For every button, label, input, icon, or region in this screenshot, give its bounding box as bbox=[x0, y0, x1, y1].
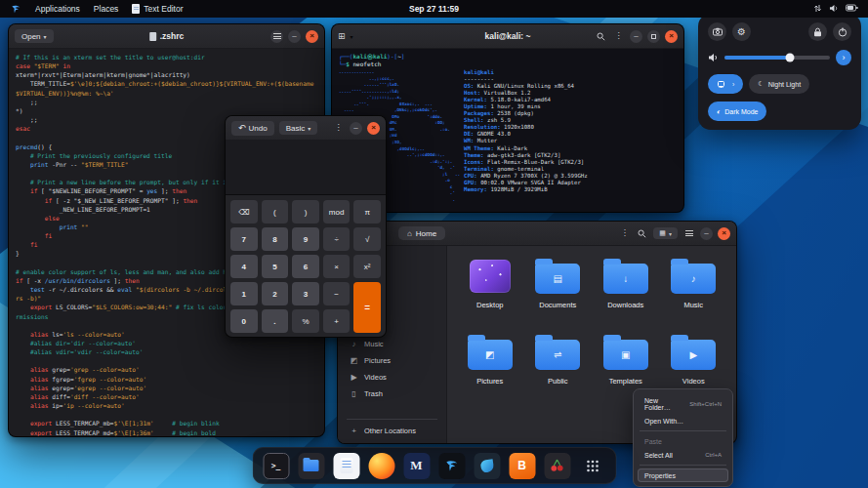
calc-key-8[interactable]: 8 bbox=[262, 227, 289, 251]
night-light-toggle[interactable]: ☾ Night Light bbox=[749, 74, 809, 94]
clock[interactable]: Sep 27 11:59 bbox=[409, 4, 459, 14]
metasploit-icon[interactable]: M bbox=[403, 453, 430, 479]
folder-icon-box: ▤ bbox=[535, 256, 580, 297]
calc-key-percent[interactable]: % bbox=[292, 309, 319, 333]
calc-key-3[interactable]: 3 bbox=[292, 282, 319, 305]
calc-key-4[interactable]: 4 bbox=[230, 255, 258, 278]
open-button[interactable]: Open ▾ bbox=[15, 29, 54, 43]
calc-key-equals[interactable]: = bbox=[353, 282, 381, 333]
kali-logo-icon[interactable] bbox=[4, 0, 28, 18]
calc-key-mod[interactable]: mod bbox=[323, 200, 351, 224]
files-close-button[interactable]: × bbox=[718, 227, 730, 240]
lock-button[interactable] bbox=[808, 22, 827, 41]
focused-app-menu[interactable]: Text Editor bbox=[125, 0, 189, 18]
calc-key-6[interactable]: 6 bbox=[292, 255, 319, 278]
calculator-titlebar[interactable]: ↶ Undo Basic ▾ ⋮ – × bbox=[226, 116, 386, 141]
screenshot-button[interactable] bbox=[708, 22, 726, 41]
calc-key-7[interactable]: 7 bbox=[230, 227, 258, 251]
calc-key-paren-close[interactable]: ) bbox=[292, 200, 319, 224]
menu-item-properties[interactable]: Properties bbox=[638, 468, 728, 482]
volume-icon[interactable] bbox=[829, 4, 839, 15]
network-toggle[interactable]: › bbox=[708, 74, 743, 94]
terminal-minimize-button[interactable]: – bbox=[630, 30, 642, 43]
folder-pictures[interactable]: ◩Pictures bbox=[457, 326, 523, 398]
chevron-down-icon[interactable]: ▾ bbox=[351, 33, 353, 40]
burpsuite-icon[interactable]: B bbox=[509, 453, 535, 479]
applications-menu[interactable]: Applications bbox=[28, 0, 87, 18]
show-apps-icon[interactable] bbox=[579, 453, 605, 479]
calc-kebab-menu[interactable]: ⋮ bbox=[332, 122, 345, 135]
files-minimize-button[interactable]: – bbox=[700, 227, 713, 240]
calc-key-5[interactable]: 5 bbox=[262, 255, 289, 278]
places-menu[interactable]: Places bbox=[87, 0, 126, 18]
mode-selector[interactable]: Basic ▾ bbox=[279, 121, 318, 135]
menu-item-new-folder[interactable]: New Folder…Shift+Ctrl+N bbox=[638, 393, 728, 414]
terminal-maximize-button[interactable] bbox=[647, 30, 660, 43]
calc-key-paren-open[interactable]: ( bbox=[262, 200, 289, 224]
view-toggle-button[interactable]: ▦ ▾ bbox=[653, 227, 678, 239]
calc-key-square[interactable]: x² bbox=[353, 255, 381, 278]
editor-close-button[interactable]: × bbox=[306, 30, 318, 43]
files-icon[interactable] bbox=[298, 453, 324, 479]
calc-key-sqrt[interactable]: √ bbox=[353, 227, 381, 251]
dark-mode-toggle[interactable]: ◐ Dark Mode bbox=[708, 102, 766, 121]
calc-key-multiply[interactable]: × bbox=[323, 255, 351, 278]
calc-key-subtract[interactable]: − bbox=[323, 282, 351, 305]
kali-tools-icon[interactable] bbox=[438, 453, 465, 479]
wireshark-icon[interactable] bbox=[474, 453, 500, 479]
folder-videos[interactable]: ▶Videos bbox=[661, 326, 727, 398]
menu-item-open-with[interactable]: Open With… bbox=[638, 414, 728, 427]
calc-key-divide[interactable]: ÷ bbox=[323, 227, 351, 251]
volume-slider[interactable] bbox=[724, 56, 830, 60]
firefox-icon[interactable] bbox=[368, 453, 394, 479]
volume-knob[interactable] bbox=[785, 54, 794, 62]
undo-button[interactable]: ↶ Undo bbox=[231, 121, 274, 136]
network-icon[interactable] bbox=[813, 4, 822, 15]
sidebar-item-music[interactable]: ♪Music bbox=[343, 336, 441, 352]
terminal-icon[interactable]: >_ bbox=[263, 453, 289, 479]
editor-minimize-button[interactable]: – bbox=[288, 30, 301, 43]
battery-icon[interactable] bbox=[846, 4, 858, 14]
terminal-search-button[interactable] bbox=[595, 30, 607, 43]
power-button[interactable] bbox=[833, 22, 851, 41]
files-titlebar[interactable]: ‹ › ⌂ Home ⋮ ▦ ▾ – × bbox=[338, 222, 736, 246]
calc-minimize-button[interactable]: – bbox=[350, 122, 362, 135]
sidebar-item-trash[interactable]: ▯Trash bbox=[343, 386, 441, 402]
folder-documents[interactable]: ▤Documents bbox=[525, 250, 592, 322]
editor-menu-button[interactable] bbox=[270, 30, 283, 43]
folder-templates[interactable]: ▣Templates bbox=[593, 326, 659, 398]
breadcrumb[interactable]: ⌂ Home bbox=[398, 226, 445, 240]
folder-desktop[interactable]: Desktop bbox=[457, 250, 523, 322]
editor-titlebar[interactable]: Open ▾ .zshrc – × bbox=[9, 24, 324, 49]
calc-key-add[interactable]: + bbox=[323, 309, 351, 333]
folder-public[interactable]: ⇌Public bbox=[525, 326, 592, 398]
sidebar-item-pictures[interactable]: ◩Pictures bbox=[343, 352, 441, 369]
files-search-button[interactable] bbox=[636, 227, 648, 240]
files-menu-button[interactable] bbox=[682, 227, 695, 240]
calc-key-0[interactable]: 0 bbox=[230, 309, 258, 333]
menu-item-paste[interactable]: Paste bbox=[638, 434, 728, 448]
terminal-close-button[interactable]: × bbox=[665, 30, 678, 43]
calc-display[interactable] bbox=[226, 141, 386, 195]
folder-music[interactable]: ♪Music bbox=[661, 250, 727, 322]
terminal-titlebar[interactable]: ⊞ ▾ kali@kali: ~ ⋮ – × bbox=[332, 24, 683, 49]
text-editor-icon[interactable] bbox=[333, 453, 359, 479]
menu-item-select-all[interactable]: Select AllCtrl+A bbox=[638, 448, 728, 462]
sidebar-item-videos[interactable]: ▶Videos bbox=[343, 369, 441, 386]
audio-output-button[interactable]: › bbox=[836, 50, 851, 65]
calc-key-pi[interactable]: π bbox=[353, 200, 381, 224]
terminal-kebab-menu[interactable]: ⋮ bbox=[612, 30, 625, 43]
calc-key-2[interactable]: 2 bbox=[262, 282, 289, 305]
calc-key-backspace[interactable]: ⌫ bbox=[230, 200, 258, 224]
calc-key-9[interactable]: 9 bbox=[292, 227, 319, 251]
folder-downloads[interactable]: ↓Downloads bbox=[593, 250, 659, 322]
cherrytree-icon[interactable] bbox=[544, 453, 570, 479]
calc-close-button[interactable]: × bbox=[367, 122, 380, 135]
new-tab-button[interactable]: ⊞ bbox=[338, 31, 346, 41]
calc-key-point[interactable]: . bbox=[262, 309, 289, 333]
settings-button[interactable]: ⚙ bbox=[732, 22, 751, 41]
code-line: alias grep='grep --color=auto' bbox=[16, 365, 317, 374]
sidebar-item-other-locations[interactable]: +Other Locations bbox=[343, 423, 441, 439]
files-kebab-menu[interactable]: ⋮ bbox=[618, 227, 631, 240]
calc-key-1[interactable]: 1 bbox=[230, 282, 258, 305]
